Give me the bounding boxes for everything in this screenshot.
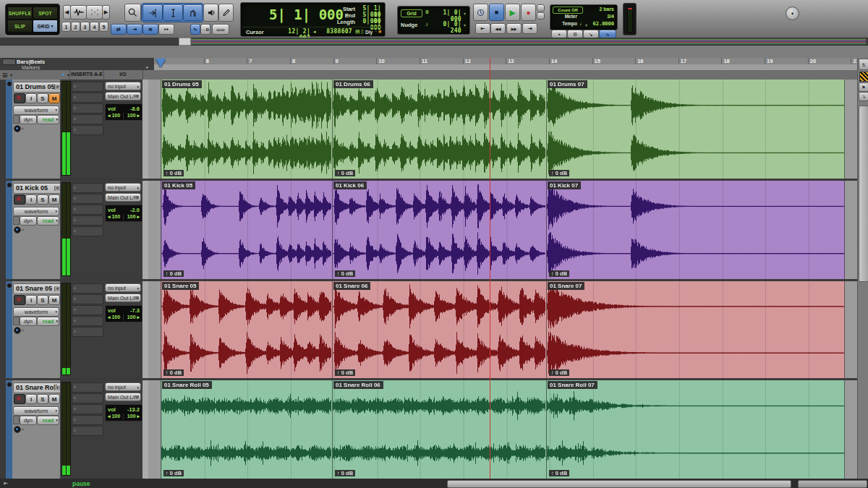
io-output-selector[interactable]: Main Out L/R [105,193,141,202]
insert-slot[interactable] [72,305,103,315]
automation-safe-button[interactable] [13,115,20,124]
pan-right-value[interactable]: 100 ▸ [127,314,140,320]
clip-gain-badge[interactable]: ↑ 0 dB [335,470,355,476]
track-lane[interactable]: 01 Kick 05↑ 0 dB01 Kick 06↑ 0 dB01 Kick … [148,181,857,279]
audio-clip[interactable]: 01 Drums 06↑ 0 dB [332,80,546,179]
secondary-scrollbar-thumb[interactable] [798,480,867,488]
volume-label[interactable]: vol [108,207,116,213]
elastic-audio-button[interactable] [14,226,21,234]
audio-clip[interactable]: 01 Drums 07↑ 0 dB [546,80,845,179]
mute-button[interactable]: M [48,93,60,103]
io-input-selector[interactable]: no input▾ [105,283,141,292]
track-name-box[interactable]: 01 Kick 05▾ [13,183,61,194]
clip-gain-badge[interactable]: ↑ 0 dB [549,170,569,176]
track-view-selector[interactable]: waveform▾ [13,307,59,317]
pan-left-value[interactable]: ◂ 100 [108,113,120,119]
volume-label[interactable]: vol [108,106,116,112]
automation-safe-button[interactable] [13,216,20,225]
mute-button[interactable]: M [48,295,60,305]
track-name-caret[interactable]: ▾ [54,286,60,291]
volume-value[interactable]: -2.0 [130,207,140,213]
clip-gain-badge[interactable]: ↑ 0 dB [549,270,569,277]
clip-gain-badge[interactable]: ↑ 0 dB [335,369,355,376]
elastic-audio-button[interactable] [14,327,21,334]
automation-safe-button[interactable] [13,416,20,424]
volume-label[interactable]: vol [108,307,116,314]
elastic-audio-button[interactable] [14,125,21,132]
automation-mode-selector[interactable]: read▾ [37,317,59,326]
clip-gain-badge[interactable]: ↑ 0 dB [163,170,184,176]
insert-slot[interactable] [72,103,103,114]
insert-slot[interactable] [72,283,103,294]
solo-button[interactable]: S [37,194,48,205]
io-input-selector[interactable]: no input▾ [105,183,141,192]
io-input-selector[interactable]: no input▾ [105,82,141,90]
pan-right-value[interactable]: 100 ▸ [127,414,140,419]
volume-value[interactable]: -13.2 [127,406,140,413]
insert-slot[interactable] [72,114,103,124]
automation-safe-button[interactable] [13,317,20,325]
insert-slot[interactable] [72,404,103,414]
insert-slot[interactable] [72,327,103,337]
track-group-indicator[interactable] [7,283,12,288]
io-output-selector[interactable]: Main Out L/R [105,294,141,302]
dyn-button[interactable]: dyn [20,317,37,326]
elastic-audio-button[interactable] [14,426,21,433]
insert-slot[interactable] [72,205,103,215]
solo-button[interactable]: S [37,295,48,305]
audio-clip[interactable]: 01 Kick 07↑ 0 dB [546,181,845,279]
automation-mode-selector[interactable]: read▾ [37,216,59,226]
insert-slot[interactable] [72,393,103,403]
solo-button[interactable]: S [37,93,48,103]
input-monitor-button[interactable]: I [25,295,37,305]
io-output-selector[interactable]: Main Out L/R [105,92,141,100]
insert-slot[interactable] [72,415,103,425]
insert-slot[interactable] [72,215,103,226]
mute-button[interactable]: M [48,194,60,205]
audio-clip[interactable]: 01 Snare 06↑ 0 dB [332,281,546,378]
clip-gain-badge[interactable]: ↑ 0 dB [335,270,355,277]
insert-slot[interactable] [72,125,103,135]
track-name-box[interactable]: 01 Snare 05▾ [13,283,61,294]
track-name-box[interactable]: 01 Drums 05▾ [13,82,61,93]
track-view-selector[interactable]: waveform▾ [13,406,59,416]
track-view-selector[interactable]: waveform▾ [13,106,59,115]
mute-button[interactable]: M [48,394,60,404]
insert-slot[interactable] [72,226,103,236]
insert-slot[interactable] [72,382,103,393]
insert-slot[interactable] [72,194,103,204]
input-monitor-button[interactable]: I [25,194,37,205]
volume-value[interactable]: -8.6 [130,106,140,112]
insert-slot[interactable] [72,183,103,193]
automation-mode-selector[interactable]: read▾ [37,416,59,425]
record-enable-button[interactable] [14,194,25,205]
return-to-start-icon[interactable]: ⇤ [4,480,9,487]
track-name-box[interactable]: 01 Snare Roll 05▾ [13,382,61,393]
clip-gain-badge[interactable]: ↑ 0 dB [549,470,569,476]
insert-slot[interactable] [72,426,103,436]
solo-button[interactable]: S [37,394,48,404]
track-view-selector[interactable]: waveform▾ [13,207,59,216]
flag-icon[interactable]: ⚑ [859,82,868,92]
pan-right-value[interactable]: 100 ▸ [127,214,140,220]
track-lane[interactable]: 01 Snare 05↑ 0 dB01 Snare 06↑ 0 dB01 Sna… [148,281,857,378]
insert-slot[interactable] [72,82,103,92]
track-name-caret[interactable]: ▾ [54,85,60,90]
dyn-button[interactable]: dyn [20,115,37,124]
audio-clip[interactable]: 01 Drums 05↑ 0 dB [161,80,332,179]
record-enable-button[interactable] [14,394,25,404]
clip-gain-badge[interactable]: ↑ 0 dB [335,170,355,176]
input-monitor-button[interactable]: I [25,394,37,404]
track-group-indicator[interactable] [7,182,12,188]
pan-left-value[interactable]: ◂ 100 [108,214,120,220]
audio-clip[interactable]: 01 Snare Roll 06↑ 0 dB [332,380,546,479]
track-name-caret[interactable]: ▾ [54,186,60,191]
dyn-button[interactable]: dyn [20,416,37,425]
horizontal-scrollbar-thumb[interactable] [447,480,791,488]
track-group-indicator[interactable] [7,81,12,87]
vertical-scrollbar-thumb[interactable] [859,106,868,282]
audio-clip[interactable]: 01 Snare Roll 07↑ 0 dB [546,380,845,479]
pan-left-value[interactable]: ◂ 100 [108,414,120,419]
clip-gain-badge[interactable]: ↑ 0 dB [163,270,184,277]
volume-label[interactable]: vol [108,406,116,413]
